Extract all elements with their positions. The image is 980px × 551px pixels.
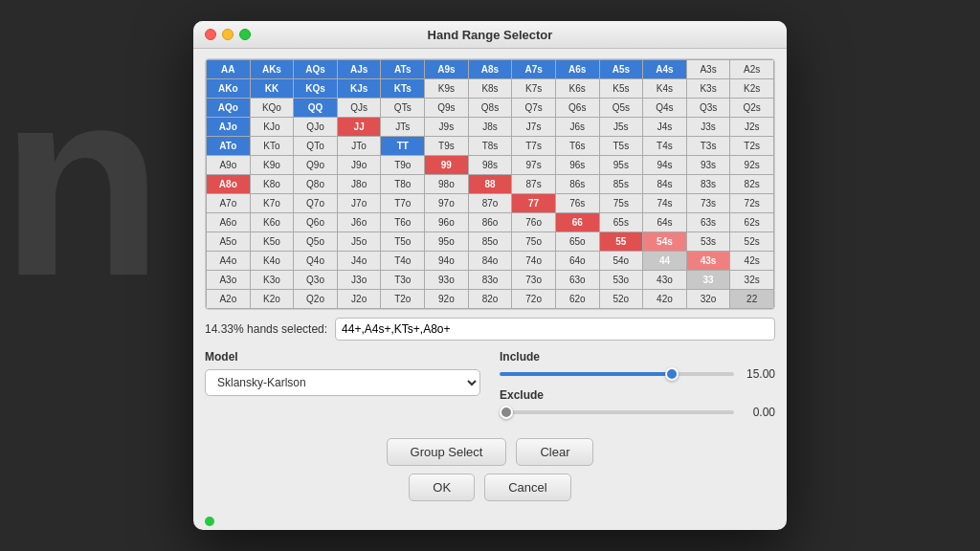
grid-cell[interactable]: J6o — [338, 213, 381, 231]
ok-button[interactable]: OK — [409, 474, 475, 501]
grid-cell[interactable]: T4o — [381, 252, 424, 270]
grid-cell[interactable]: 85o — [469, 232, 512, 251]
grid-cell[interactable]: AQs — [294, 60, 337, 78]
grid-cell[interactable]: A4s — [643, 60, 686, 78]
grid-cell[interactable]: 98s — [469, 156, 512, 174]
grid-cell[interactable]: T2s — [730, 137, 773, 155]
grid-cell[interactable]: A3o — [207, 271, 250, 289]
grid-cell[interactable]: A7o — [207, 194, 250, 212]
grid-cell[interactable]: 75s — [600, 194, 643, 212]
grid-cell[interactable]: T9s — [425, 137, 468, 155]
grid-cell[interactable]: Q7o — [294, 194, 337, 212]
hand-grid[interactable]: AAAKsAQsAJsATsA9sA8sA7sA6sA5sA4sA3sA2sAK… — [206, 59, 774, 309]
close-button[interactable] — [205, 29, 216, 40]
grid-cell[interactable]: Q6s — [556, 99, 599, 117]
grid-cell[interactable]: 87s — [512, 175, 555, 193]
grid-cell[interactable]: AJs — [338, 60, 381, 78]
grid-cell[interactable]: 54s — [643, 232, 686, 251]
grid-cell[interactable]: KJo — [251, 118, 294, 136]
grid-cell[interactable]: 32o — [687, 290, 730, 308]
grid-cell[interactable]: Q3s — [687, 99, 730, 117]
grid-cell[interactable]: A5s — [600, 60, 643, 78]
grid-cell[interactable]: KTs — [381, 79, 424, 98]
grid-cell[interactable]: J8s — [469, 118, 512, 136]
clear-button[interactable]: Clear — [516, 438, 593, 466]
grid-cell[interactable]: K8o — [251, 175, 294, 193]
grid-cell[interactable]: 96o — [425, 213, 468, 231]
grid-cell[interactable]: J3o — [338, 271, 381, 289]
grid-cell[interactable]: 53s — [687, 232, 730, 251]
grid-cell[interactable]: JJ — [338, 118, 381, 136]
grid-cell[interactable]: 92o — [425, 290, 468, 308]
grid-cell[interactable]: K2o — [251, 290, 294, 308]
grid-cell[interactable]: Q5o — [294, 232, 337, 251]
grid-cell[interactable]: J4s — [643, 118, 686, 136]
grid-cell[interactable]: AKs — [251, 60, 294, 78]
grid-cell[interactable]: T4s — [643, 137, 686, 155]
grid-cell[interactable]: 65s — [600, 213, 643, 231]
grid-cell[interactable]: A6s — [556, 60, 599, 78]
grid-cell[interactable]: 93s — [687, 156, 730, 174]
grid-cell[interactable]: JTo — [338, 137, 381, 155]
grid-cell[interactable]: K3s — [687, 79, 730, 98]
cancel-button[interactable]: Cancel — [484, 474, 570, 501]
grid-cell[interactable]: J7s — [512, 118, 555, 136]
grid-cell[interactable]: 77 — [512, 194, 555, 212]
grid-cell[interactable]: T6o — [381, 213, 424, 231]
group-select-button[interactable]: Group Select — [387, 438, 507, 466]
grid-cell[interactable]: Q3o — [294, 271, 337, 289]
grid-cell[interactable]: AKo — [207, 79, 250, 98]
grid-cell[interactable]: T5s — [600, 137, 643, 155]
grid-cell[interactable]: Q4o — [294, 252, 337, 270]
grid-cell[interactable]: 82o — [469, 290, 512, 308]
grid-cell[interactable]: K9o — [251, 156, 294, 174]
grid-cell[interactable]: J3s — [687, 118, 730, 136]
grid-cell[interactable]: K4o — [251, 252, 294, 270]
grid-cell[interactable]: 98o — [425, 175, 468, 193]
grid-cell[interactable]: A5o — [207, 232, 250, 251]
grid-cell[interactable]: A9s — [425, 60, 468, 78]
grid-cell[interactable]: 64o — [556, 252, 599, 270]
grid-cell[interactable]: K4s — [643, 79, 686, 98]
grid-cell[interactable]: Q4s — [643, 99, 686, 117]
grid-cell[interactable]: 43o — [643, 271, 686, 289]
grid-cell[interactable]: 52o — [600, 290, 643, 308]
grid-cell[interactable]: A2o — [207, 290, 250, 308]
include-slider[interactable] — [500, 372, 734, 376]
grid-cell[interactable]: Q6o — [294, 213, 337, 231]
grid-cell[interactable]: 99 — [425, 156, 468, 174]
grid-cell[interactable]: QTo — [294, 137, 337, 155]
grid-cell[interactable]: T9o — [381, 156, 424, 174]
grid-cell[interactable]: AA — [207, 60, 250, 78]
grid-cell[interactable]: K7o — [251, 194, 294, 212]
grid-cell[interactable]: 85s — [600, 175, 643, 193]
maximize-button[interactable] — [239, 29, 251, 40]
grid-cell[interactable]: Q2s — [730, 99, 773, 117]
grid-cell[interactable]: J9s — [425, 118, 468, 136]
grid-cell[interactable]: K6s — [556, 79, 599, 98]
grid-cell[interactable]: K3o — [251, 271, 294, 289]
grid-cell[interactable]: 52s — [730, 232, 773, 251]
grid-cell[interactable]: Q9o — [294, 156, 337, 174]
grid-cell[interactable]: KQo — [251, 99, 294, 117]
grid-cell[interactable]: QJs — [338, 99, 381, 117]
grid-cell[interactable]: T5o — [381, 232, 424, 251]
grid-cell[interactable]: 96s — [556, 156, 599, 174]
grid-cell[interactable]: 66 — [556, 213, 599, 231]
grid-cell[interactable]: 22 — [730, 290, 773, 308]
grid-cell[interactable]: 97s — [512, 156, 555, 174]
grid-cell[interactable]: A4o — [207, 252, 250, 270]
grid-cell[interactable]: A6o — [207, 213, 250, 231]
grid-cell[interactable]: 64s — [643, 213, 686, 231]
grid-cell[interactable]: T8s — [469, 137, 512, 155]
grid-cell[interactable]: 82s — [730, 175, 773, 193]
grid-cell[interactable]: 84o — [469, 252, 512, 270]
grid-cell[interactable]: Q9s — [425, 99, 468, 117]
grid-cell[interactable]: K8s — [469, 79, 512, 98]
grid-cell[interactable]: Q8s — [469, 99, 512, 117]
grid-cell[interactable]: J5o — [338, 232, 381, 251]
grid-cell[interactable]: 62o — [556, 290, 599, 308]
grid-cell[interactable]: 63o — [556, 271, 599, 289]
grid-cell[interactable]: 73s — [687, 194, 730, 212]
grid-cell[interactable]: K5s — [600, 79, 643, 98]
